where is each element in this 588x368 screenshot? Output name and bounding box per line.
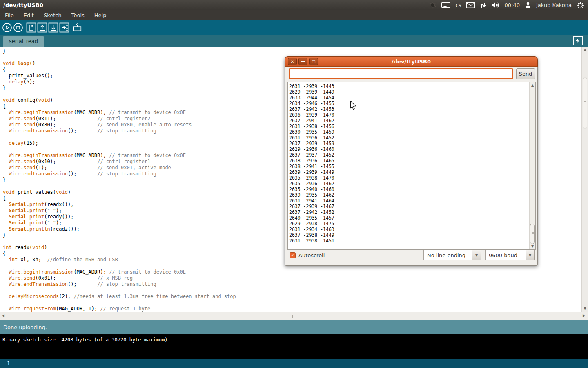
volume-icon[interactable] xyxy=(491,2,499,8)
mouse-cursor xyxy=(350,101,357,112)
desktop-top-bar: /dev/ttyUSB0 cs 00:40 Jakub Kakona xyxy=(0,0,588,10)
network-arrows-icon[interactable] xyxy=(480,2,486,9)
console-message: Binary sketch size: 4208 bytes (of a 307… xyxy=(2,337,168,343)
new-sketch-button[interactable] xyxy=(26,22,36,33)
screen: /dev/ttyUSB0 cs 00:40 Jakub Kakona xyxy=(0,0,588,368)
tab-menu-button[interactable] xyxy=(573,36,583,45)
console-output: Binary sketch size: 4208 bytes (of a 307… xyxy=(0,334,588,359)
scroll-left-icon[interactable]: ◀ xyxy=(2,314,4,318)
serial-monitor-title: /dev/ttyUSB0 xyxy=(285,58,537,65)
send-label: Send xyxy=(519,71,532,77)
keyboard-layout-label[interactable]: cs xyxy=(456,2,461,8)
serial-scroll-down-icon[interactable]: ▼ xyxy=(530,245,535,248)
splitter-grip[interactable] xyxy=(291,315,291,318)
serial-monitor-titlebar[interactable]: /dev/ttyUSB0 ✕ ― □ xyxy=(285,56,538,67)
serial-input[interactable] xyxy=(289,68,513,79)
code-line: Wire.requestFrom(MAG_ADDR, 1); // reques… xyxy=(3,306,581,312)
system-tray: cs 00:40 Jakub Kakona xyxy=(430,0,588,10)
line-number: 1 xyxy=(7,361,10,366)
maximize-button[interactable]: □ xyxy=(309,58,318,65)
verify-button[interactable] xyxy=(2,22,12,33)
autoscroll-label: Autoscroll xyxy=(298,252,325,258)
status-message: Done uploading. xyxy=(3,324,47,330)
serial-monitor-controls: ✓ Autoscroll No line ending ▼ 9600 baud … xyxy=(285,250,537,266)
line-ending-dropdown-arrow[interactable]: ▼ xyxy=(472,250,481,260)
line-ending-select[interactable]: No line ending xyxy=(423,250,472,260)
stop-button[interactable] xyxy=(13,22,23,33)
serial-monitor-button[interactable] xyxy=(72,22,82,33)
username-label[interactable]: Jakub Kakona xyxy=(536,2,572,8)
scroll-right-icon[interactable]: ▶ xyxy=(583,314,586,318)
upload-button[interactable] xyxy=(59,22,69,33)
editor-scrollbar-thumb[interactable] xyxy=(583,77,587,129)
serial-monitor-window: /dev/ttyUSB0 ✕ ― □ Send 2631 -2939 -1443… xyxy=(285,56,538,266)
window-title: /dev/ttyUSB0 xyxy=(0,2,43,8)
keyboard-icon[interactable] xyxy=(441,2,450,8)
menu-file[interactable]: File xyxy=(0,11,19,20)
session-power-icon[interactable] xyxy=(577,2,584,9)
code-line: delayMicroseconds(2); //needs at least 1… xyxy=(3,294,581,300)
autoscroll-checkbox[interactable]: ✓ xyxy=(290,252,296,258)
line-ending-value: No line ending xyxy=(427,252,466,258)
menu-edit[interactable]: Edit xyxy=(19,11,39,20)
code-line xyxy=(3,287,581,294)
menu-tools[interactable]: Tools xyxy=(67,11,89,20)
baud-rate-value: 9600 baud xyxy=(489,252,517,258)
serial-output[interactable]: 2631 -2939 -1443 2629 -2939 -1449 2633 -… xyxy=(287,82,536,250)
code-line: Wire.beginTransmission(MAG_ADDR); // tra… xyxy=(3,269,581,275)
code-line: } xyxy=(3,48,581,54)
user-icon[interactable] xyxy=(525,2,531,8)
clock-label[interactable]: 00:40 xyxy=(504,2,519,8)
send-button[interactable]: Send xyxy=(516,68,535,79)
serial-monitor-body: Send 2631 -2939 -1443 2629 -2939 -1449 2… xyxy=(285,67,538,266)
scroll-up-icon[interactable]: ▲ xyxy=(582,48,588,52)
tray-app-icon[interactable] xyxy=(430,2,436,9)
serial-scrollbar[interactable]: ▲ ▼ xyxy=(529,82,535,249)
open-sketch-button[interactable] xyxy=(37,22,47,33)
scroll-down-icon[interactable]: ▼ xyxy=(582,307,588,310)
minimize-button[interactable]: ― xyxy=(298,58,307,65)
tab-serial-read[interactable]: serial_read xyxy=(3,36,44,47)
baud-rate-dropdown-arrow[interactable]: ▼ xyxy=(526,250,535,260)
toolbar xyxy=(0,20,588,35)
close-button[interactable]: ✕ xyxy=(288,58,297,65)
right-arrow-icon xyxy=(575,38,581,43)
baud-rate-select[interactable]: 9600 baud xyxy=(485,250,526,260)
tab-bar: serial_read xyxy=(0,35,588,47)
editor-vertical-scrollbar[interactable]: ▲ ▼ xyxy=(581,47,588,312)
tab-label: serial_read xyxy=(9,38,38,44)
serial-output-text: 2631 -2939 -1443 2629 -2939 -1449 2633 -… xyxy=(288,82,535,244)
editor-horizontal-scrollbar[interactable]: ◀ ▶ xyxy=(0,312,588,320)
menu-sketch[interactable]: Sketch xyxy=(39,11,67,20)
menu-bar: File Edit Sketch Tools Help xyxy=(0,10,588,20)
save-sketch-button[interactable] xyxy=(48,22,58,33)
menu-help[interactable]: Help xyxy=(89,11,111,20)
serial-scrollbar-thumb[interactable] xyxy=(530,224,535,244)
code-line: Wire.send(0x01); // x MSB reg xyxy=(3,275,581,281)
serial-scroll-up-icon[interactable]: ▲ xyxy=(530,83,535,87)
code-line: Wire.endTransmission(); // stop transmit… xyxy=(3,281,581,287)
mail-icon[interactable] xyxy=(466,2,475,8)
line-number-strip: 1 xyxy=(0,359,588,368)
window-buttons: ✕ ― □ xyxy=(285,58,318,65)
text-caret xyxy=(291,70,291,77)
status-bar: Done uploading. xyxy=(0,320,588,334)
code-line xyxy=(3,300,581,306)
